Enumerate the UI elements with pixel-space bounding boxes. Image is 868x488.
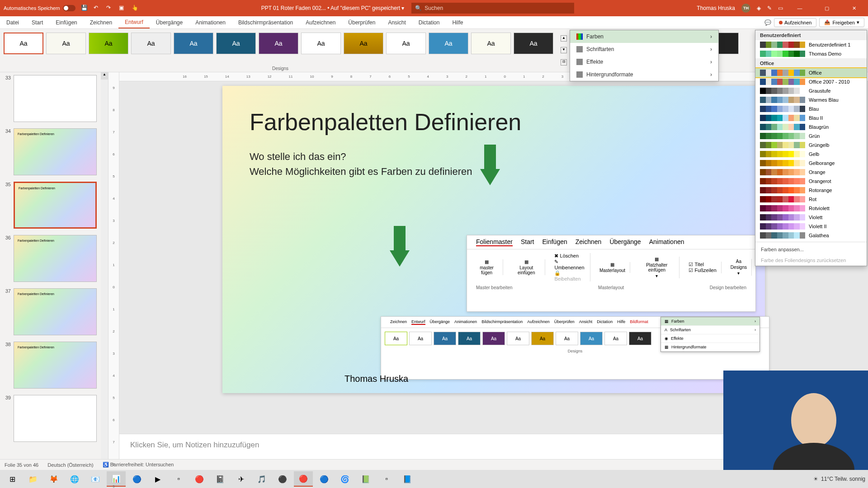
tab-ansicht[interactable]: Ansicht: [382, 16, 412, 28]
color-scheme-item[interactable]: Orangerot: [755, 177, 867, 186]
record-button[interactable]: Aufzeichnen: [774, 18, 817, 27]
weather-widget[interactable]: ☀ 11°C Teilw. sonnig: [813, 476, 865, 482]
designs-label: Designs: [272, 66, 288, 71]
vlc-icon[interactable]: ▶: [148, 471, 167, 487]
slide-canvas[interactable]: Farbenpaletten Definieren Wo stelle ich …: [222, 86, 765, 393]
app-icon[interactable]: 🔵: [315, 471, 334, 487]
color-scheme-item[interactable]: Violett: [755, 213, 867, 222]
window-icon[interactable]: ▭: [778, 5, 783, 11]
color-scheme-item[interactable]: Benutzerdefiniert 1: [755, 40, 867, 49]
vertical-ruler: 9876543210123456789: [108, 72, 119, 459]
customize-colors-button[interactable]: Farben anpassen...: [755, 244, 867, 255]
user-avatar[interactable]: TH: [741, 4, 750, 13]
diamond-icon[interactable]: ◈: [757, 5, 761, 11]
telegram-icon[interactable]: ✈: [231, 471, 250, 487]
theme-gallery[interactable]: Aa Aa Aa Aa Aa Aa Aa Aa Aa Aa Aa Aa Aa D…: [0, 29, 561, 72]
color-scheme-item[interactable]: Thomas Demo: [755, 49, 867, 58]
tab-start[interactable]: Start: [25, 16, 49, 28]
color-scheme-item[interactable]: Orange: [755, 168, 867, 177]
slide-title: Farbenpaletten Definieren: [250, 108, 738, 136]
app-icon[interactable]: 🎵: [252, 471, 271, 487]
embedded-screenshot-1: FolienmasterStartEinfügenZeichnenÜbergän…: [467, 235, 756, 312]
color-scheme-item[interactable]: Rotorange: [755, 186, 867, 195]
comments-icon[interactable]: 💬: [764, 19, 771, 26]
maximize-button[interactable]: ▢: [816, 0, 837, 16]
color-scheme-item[interactable]: Galathea: [755, 231, 867, 240]
slide-thumbnail-36[interactable]: 36Farbenpaletten Definieren: [0, 235, 108, 282]
color-scheme-item[interactable]: Graustufe: [755, 86, 867, 95]
edge-icon[interactable]: 🌀: [335, 471, 354, 487]
word-icon[interactable]: 📘: [398, 471, 417, 487]
chrome-icon[interactable]: 🌐: [65, 471, 84, 487]
tab-überprüfen[interactable]: Überprüfen: [342, 16, 382, 28]
undo-icon[interactable]: ↶: [94, 5, 101, 12]
color-scheme-item[interactable]: Blau II: [755, 113, 867, 122]
recording-icon[interactable]: 🔴: [294, 471, 313, 487]
redo-icon[interactable]: ↷: [106, 5, 113, 12]
embedded-popup: ▦ Farben› A Schriftarten› ◉ Effekte ▦ Hi…: [660, 317, 760, 352]
slide-thumbnail-39[interactable]: 39: [0, 395, 108, 442]
tab-animationen[interactable]: Animationen: [189, 16, 232, 28]
share-button[interactable]: 📤 Freigeben ▾: [819, 18, 864, 27]
effects-menu-item[interactable]: Effekte›: [570, 56, 718, 68]
user-name[interactable]: Thomas Hruska: [697, 5, 735, 11]
title-bar: Automatisches Speichern 💾 ↶ ↷ ▣ 👆 PPT 01…: [0, 0, 868, 16]
tab-hilfe[interactable]: Hilfe: [446, 16, 469, 28]
outlook-icon[interactable]: 📧: [86, 471, 105, 487]
variants-dropdown: Farben› Schriftarten› Effekte› Hintergru…: [570, 30, 719, 81]
tab-aufzeichnen[interactable]: Aufzeichnen: [299, 16, 342, 28]
powerpoint-icon[interactable]: 📊: [107, 471, 126, 487]
background-styles-menu-item[interactable]: Hintergrundformate›: [570, 68, 718, 81]
color-scheme-item[interactable]: Rotviolett: [755, 204, 867, 213]
save-icon[interactable]: 💾: [81, 5, 88, 12]
color-scheme-item[interactable]: Violett II: [755, 222, 867, 231]
color-scheme-item[interactable]: Office 2007 - 2010: [755, 77, 867, 86]
search-icon: 🔍: [415, 5, 422, 11]
slide-thumbnail-35[interactable]: 35Farbenpaletten Definieren: [0, 182, 108, 229]
tab-entwurf[interactable]: Entwurf: [118, 16, 150, 28]
touch-icon[interactable]: 👆: [132, 5, 139, 12]
reset-colors-button: Farbe des Foliendesigns zurücksetzen: [755, 255, 867, 266]
tab-übergänge[interactable]: Übergänge: [150, 16, 189, 28]
color-scheme-item[interactable]: Blaugrün: [755, 122, 867, 131]
fonts-menu-item[interactable]: Schriftarten›: [570, 43, 718, 56]
tab-bildschirmpräsentation[interactable]: Bildschirmpräsentation: [232, 16, 299, 28]
firefox-icon[interactable]: 🦊: [44, 471, 63, 487]
slide-thumbnail-38[interactable]: 38Farbenpaletten Definieren: [0, 342, 108, 389]
obs-icon[interactable]: ⚫: [273, 471, 292, 487]
excel-icon[interactable]: 📗: [356, 471, 375, 487]
file-explorer-icon[interactable]: 📁: [24, 471, 42, 487]
tab-datei[interactable]: Datei: [0, 16, 25, 28]
colors-menu-item[interactable]: Farben›: [570, 30, 718, 43]
tab-einfügen[interactable]: Einfügen: [49, 16, 83, 28]
slide-thumbnail-33[interactable]: 33: [0, 75, 108, 122]
gallery-scrollbar[interactable]: ▲▼⊟: [561, 29, 568, 72]
color-scheme-item[interactable]: Rot: [755, 195, 867, 204]
draw-icon[interactable]: ✎: [767, 5, 772, 11]
app-icon[interactable]: ▫: [377, 471, 396, 487]
close-button[interactable]: ✕: [844, 0, 864, 16]
minimize-button[interactable]: —: [789, 0, 810, 16]
autosave-toggle[interactable]: Automatisches Speichern: [4, 5, 75, 11]
slide-thumbnail-34[interactable]: 34Farbenpaletten Definieren: [0, 128, 108, 175]
onenote-icon[interactable]: 📓: [211, 471, 230, 487]
start-button[interactable]: ⊞: [3, 471, 22, 487]
color-scheme-item[interactable]: Grün: [755, 131, 867, 141]
color-scheme-item[interactable]: Office: [755, 68, 867, 77]
tab-zeichnen[interactable]: Zeichnen: [84, 16, 118, 28]
language-indicator[interactable]: Deutsch (Österreich): [47, 462, 93, 468]
slide-panel[interactable]: ▲ 3334Farbenpaletten Definieren35Farbenp…: [0, 72, 108, 459]
app-icon[interactable]: 🔴: [190, 471, 209, 487]
color-scheme-item[interactable]: Gelb: [755, 150, 867, 159]
color-scheme-item[interactable]: Warmes Blau: [755, 95, 867, 104]
presentation-icon[interactable]: ▣: [119, 5, 126, 12]
app-icon[interactable]: 🔵: [127, 471, 146, 487]
color-scheme-item[interactable]: Grüngelb: [755, 141, 867, 150]
tab-dictation[interactable]: Dictation: [412, 16, 446, 28]
color-scheme-item[interactable]: Gelborange: [755, 159, 867, 168]
search-input[interactable]: 🔍 Suchen: [411, 3, 574, 14]
app-icon[interactable]: ▫: [169, 471, 188, 487]
slide-thumbnail-37[interactable]: 37Farbenpaletten Definieren: [0, 288, 108, 335]
color-scheme-item[interactable]: Blau: [755, 104, 867, 113]
panel-scrollbar[interactable]: ▲: [101, 72, 108, 459]
